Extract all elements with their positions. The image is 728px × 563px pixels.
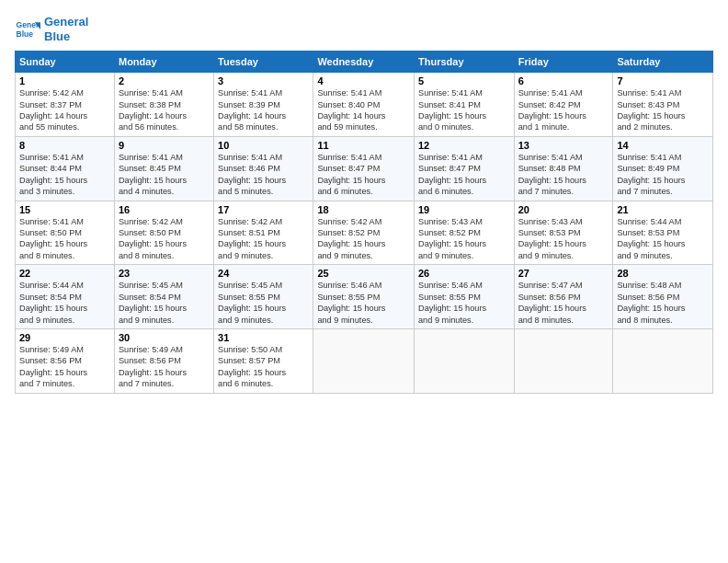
day-info: Sunrise: 5:41 AM Sunset: 8:41 PM Dayligh… xyxy=(418,87,510,133)
day-info: Sunrise: 5:41 AM Sunset: 8:47 PM Dayligh… xyxy=(418,152,510,198)
day-cell: 16Sunrise: 5:42 AM Sunset: 8:50 PM Dayli… xyxy=(114,201,213,265)
day-info: Sunrise: 5:49 AM Sunset: 8:56 PM Dayligh… xyxy=(19,344,110,390)
day-cell: 1Sunrise: 5:42 AM Sunset: 8:37 PM Daylig… xyxy=(16,73,115,137)
day-cell: 4Sunrise: 5:41 AM Sunset: 8:40 PM Daylig… xyxy=(313,73,415,137)
day-info: Sunrise: 5:50 AM Sunset: 8:57 PM Dayligh… xyxy=(218,344,309,390)
day-cell: 27Sunrise: 5:47 AM Sunset: 8:56 PM Dayli… xyxy=(514,265,613,329)
day-info: Sunrise: 5:44 AM Sunset: 8:53 PM Dayligh… xyxy=(617,216,709,262)
day-cell: 3Sunrise: 5:41 AM Sunset: 8:39 PM Daylig… xyxy=(214,73,313,137)
day-number: 7 xyxy=(617,75,709,86)
day-cell: 9Sunrise: 5:41 AM Sunset: 8:45 PM Daylig… xyxy=(114,136,213,201)
day-cell: 11Sunrise: 5:41 AM Sunset: 8:47 PM Dayli… xyxy=(313,136,415,201)
header-cell-saturday: Saturday xyxy=(613,52,713,73)
day-cell: 14Sunrise: 5:41 AM Sunset: 8:49 PM Dayli… xyxy=(613,136,713,201)
week-row-3: 15Sunrise: 5:41 AM Sunset: 8:50 PM Dayli… xyxy=(16,201,713,265)
day-info: Sunrise: 5:41 AM Sunset: 8:40 PM Dayligh… xyxy=(317,87,410,133)
day-cell: 24Sunrise: 5:45 AM Sunset: 8:55 PM Dayli… xyxy=(214,265,313,329)
day-info: Sunrise: 5:42 AM Sunset: 8:37 PM Dayligh… xyxy=(19,87,110,133)
day-cell: 5Sunrise: 5:41 AM Sunset: 8:41 PM Daylig… xyxy=(415,73,515,137)
day-number: 4 xyxy=(317,75,410,86)
day-info: Sunrise: 5:41 AM Sunset: 8:39 PM Dayligh… xyxy=(218,87,309,133)
day-cell: 22Sunrise: 5:44 AM Sunset: 8:54 PM Dayli… xyxy=(16,265,115,329)
svg-text:Blue: Blue xyxy=(17,29,34,38)
day-cell: 28Sunrise: 5:48 AM Sunset: 8:56 PM Dayli… xyxy=(613,265,713,329)
day-cell: 20Sunrise: 5:43 AM Sunset: 8:53 PM Dayli… xyxy=(514,201,613,265)
day-info: Sunrise: 5:41 AM Sunset: 8:38 PM Dayligh… xyxy=(119,87,210,133)
day-number: 29 xyxy=(19,332,110,343)
day-number: 25 xyxy=(317,268,410,279)
day-cell: 19Sunrise: 5:43 AM Sunset: 8:52 PM Dayli… xyxy=(415,201,515,265)
day-number: 28 xyxy=(617,268,709,279)
calendar-body: 1Sunrise: 5:42 AM Sunset: 8:37 PM Daylig… xyxy=(16,73,713,393)
day-info: Sunrise: 5:41 AM Sunset: 8:42 PM Dayligh… xyxy=(518,87,609,133)
header-cell-thursday: Thursday xyxy=(415,52,515,73)
day-cell: 25Sunrise: 5:46 AM Sunset: 8:55 PM Dayli… xyxy=(313,265,415,329)
day-number: 5 xyxy=(418,75,510,86)
day-number: 12 xyxy=(418,140,510,151)
day-info: Sunrise: 5:46 AM Sunset: 8:55 PM Dayligh… xyxy=(317,280,410,326)
day-info: Sunrise: 5:43 AM Sunset: 8:52 PM Dayligh… xyxy=(418,216,510,262)
day-info: Sunrise: 5:41 AM Sunset: 8:45 PM Dayligh… xyxy=(119,152,210,198)
day-info: Sunrise: 5:41 AM Sunset: 8:49 PM Dayligh… xyxy=(617,152,709,198)
logo-line2: Blue xyxy=(44,29,88,44)
day-cell: 10Sunrise: 5:41 AM Sunset: 8:46 PM Dayli… xyxy=(214,136,313,201)
day-cell: 13Sunrise: 5:41 AM Sunset: 8:48 PM Dayli… xyxy=(514,136,613,201)
day-cell: 29Sunrise: 5:49 AM Sunset: 8:56 PM Dayli… xyxy=(16,328,115,393)
day-cell xyxy=(514,328,613,393)
day-info: Sunrise: 5:41 AM Sunset: 8:43 PM Dayligh… xyxy=(617,87,709,133)
calendar-table: SundayMondayTuesdayWednesdayThursdayFrid… xyxy=(15,51,713,393)
day-cell: 15Sunrise: 5:41 AM Sunset: 8:50 PM Dayli… xyxy=(16,201,115,265)
day-info: Sunrise: 5:42 AM Sunset: 8:52 PM Dayligh… xyxy=(317,216,410,262)
day-cell: 2Sunrise: 5:41 AM Sunset: 8:38 PM Daylig… xyxy=(114,73,213,137)
logo: General Blue General Blue xyxy=(15,15,88,43)
day-info: Sunrise: 5:42 AM Sunset: 8:50 PM Dayligh… xyxy=(119,216,210,262)
day-number: 19 xyxy=(418,204,510,215)
day-number: 27 xyxy=(518,268,609,279)
header-cell-tuesday: Tuesday xyxy=(214,52,313,73)
day-number: 26 xyxy=(418,268,510,279)
day-number: 11 xyxy=(317,140,410,151)
day-cell: 30Sunrise: 5:49 AM Sunset: 8:56 PM Dayli… xyxy=(114,328,213,393)
day-info: Sunrise: 5:42 AM Sunset: 8:51 PM Dayligh… xyxy=(218,216,309,262)
day-number: 8 xyxy=(19,140,110,151)
day-number: 24 xyxy=(218,268,309,279)
day-number: 30 xyxy=(119,332,210,343)
day-info: Sunrise: 5:41 AM Sunset: 8:47 PM Dayligh… xyxy=(317,152,410,198)
day-number: 16 xyxy=(119,204,210,215)
day-info: Sunrise: 5:41 AM Sunset: 8:44 PM Dayligh… xyxy=(19,152,110,198)
day-cell xyxy=(613,328,713,393)
day-info: Sunrise: 5:43 AM Sunset: 8:53 PM Dayligh… xyxy=(518,216,609,262)
day-info: Sunrise: 5:45 AM Sunset: 8:54 PM Dayligh… xyxy=(119,280,210,326)
header-row: SundayMondayTuesdayWednesdayThursdayFrid… xyxy=(16,52,713,73)
header: General Blue General Blue xyxy=(15,15,713,43)
day-cell: 17Sunrise: 5:42 AM Sunset: 8:51 PM Dayli… xyxy=(214,201,313,265)
logo-line1: General xyxy=(44,15,88,29)
day-number: 15 xyxy=(19,204,110,215)
svg-text:General: General xyxy=(17,20,40,29)
day-cell: 8Sunrise: 5:41 AM Sunset: 8:44 PM Daylig… xyxy=(16,136,115,201)
day-number: 10 xyxy=(218,140,309,151)
day-info: Sunrise: 5:48 AM Sunset: 8:56 PM Dayligh… xyxy=(617,280,709,326)
day-cell: 7Sunrise: 5:41 AM Sunset: 8:43 PM Daylig… xyxy=(613,73,713,137)
day-number: 1 xyxy=(19,75,110,86)
week-row-2: 8Sunrise: 5:41 AM Sunset: 8:44 PM Daylig… xyxy=(16,136,713,201)
day-info: Sunrise: 5:45 AM Sunset: 8:55 PM Dayligh… xyxy=(218,280,309,326)
day-number: 17 xyxy=(218,204,309,215)
day-number: 6 xyxy=(518,75,609,86)
calendar-header: SundayMondayTuesdayWednesdayThursdayFrid… xyxy=(16,52,713,73)
day-info: Sunrise: 5:44 AM Sunset: 8:54 PM Dayligh… xyxy=(19,280,110,326)
week-row-5: 29Sunrise: 5:49 AM Sunset: 8:56 PM Dayli… xyxy=(16,328,713,393)
header-cell-friday: Friday xyxy=(514,52,613,73)
day-cell xyxy=(415,328,515,393)
day-info: Sunrise: 5:46 AM Sunset: 8:55 PM Dayligh… xyxy=(418,280,510,326)
day-info: Sunrise: 5:41 AM Sunset: 8:48 PM Dayligh… xyxy=(518,152,609,198)
day-number: 22 xyxy=(19,268,110,279)
day-cell: 21Sunrise: 5:44 AM Sunset: 8:53 PM Dayli… xyxy=(613,201,713,265)
day-number: 18 xyxy=(317,204,410,215)
day-number: 31 xyxy=(218,332,309,343)
day-cell xyxy=(313,328,415,393)
day-info: Sunrise: 5:47 AM Sunset: 8:56 PM Dayligh… xyxy=(518,280,609,326)
day-cell: 12Sunrise: 5:41 AM Sunset: 8:47 PM Dayli… xyxy=(415,136,515,201)
day-cell: 6Sunrise: 5:41 AM Sunset: 8:42 PM Daylig… xyxy=(514,73,613,137)
logo-icon: General Blue xyxy=(15,17,40,42)
